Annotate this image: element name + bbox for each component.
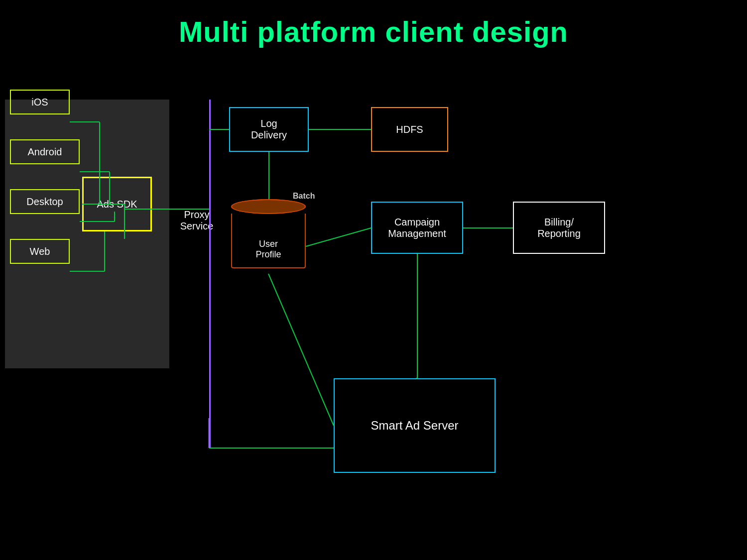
ads-sdk-box: Ads SDK [82,177,152,231]
web-box: Web [10,239,70,264]
campaign-management-box: CampaignManagement [371,202,463,254]
ios-box: iOS [10,90,70,114]
desktop-box: Desktop [10,189,80,214]
proxy-vertical-line [209,100,211,448]
diagram-area: iOS Android Desktop Web Ads SDK ProxySer… [0,70,747,560]
page-title: Multi platform client design [0,0,747,48]
user-profile-cylinder: UserProfile [231,199,306,268]
log-delivery-box: LogDelivery [229,107,309,152]
svg-line-15 [306,228,371,246]
svg-line-17 [268,274,334,426]
billing-reporting-box: Billing/Reporting [513,202,605,254]
smart-ad-server-box: Smart Ad Server [334,378,496,473]
user-profile-label: UserProfile [231,239,306,260]
hdfs-box: HDFS [371,107,448,152]
android-box: Android [10,139,80,164]
proxy-service-label: ProxyService [177,209,217,232]
